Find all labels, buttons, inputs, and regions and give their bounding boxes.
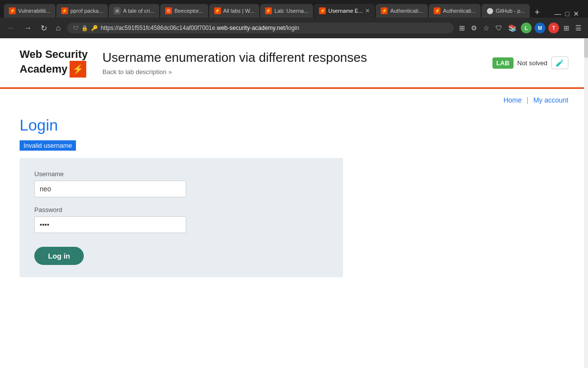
tab-alllabs[interactable]: ⚡ All labs | W... bbox=[209, 4, 259, 18]
url-text: https://ac591f551fc4586dc06c14af00f7001e… bbox=[101, 25, 299, 31]
tab-favicon: A bbox=[114, 7, 121, 14]
error-message: Invalid username bbox=[20, 140, 76, 151]
tab-favicon: B bbox=[165, 7, 172, 14]
tab-favicon: ⚡ bbox=[434, 7, 441, 14]
address-bar[interactable]: 🛡 🔒 🔑 https://ac591f551fc4586dc06c14af00… bbox=[67, 23, 454, 33]
maximize-button[interactable]: □ bbox=[565, 10, 569, 18]
lab-status-area: LAB Not solved 🧪 bbox=[492, 56, 568, 69]
extensions2-icon[interactable]: ⊞ bbox=[562, 23, 571, 33]
translate-icon[interactable]: ⊞ bbox=[458, 23, 466, 33]
profile2-icon[interactable]: M bbox=[535, 23, 545, 33]
username-group: Username bbox=[34, 170, 328, 197]
scrollbar-thumb[interactable] bbox=[584, 38, 588, 58]
url-domain: web-security-academy.net bbox=[217, 25, 285, 31]
tab-auth1[interactable]: ⚡ Authenticati... bbox=[376, 4, 428, 18]
site-navigation: Home | My account bbox=[0, 89, 588, 111]
tab-favicon: ⚡ bbox=[319, 7, 326, 14]
tab-label: All labs | W... bbox=[223, 8, 254, 14]
key-icon: 🔑 bbox=[91, 25, 98, 31]
tab-bar: ⚡ Vulnerabiliti... ⚡ pprof packa... A A … bbox=[0, 0, 588, 18]
tab-vulnerabilities[interactable]: ⚡ Vulnerabiliti... bbox=[4, 4, 55, 18]
tab-label: Beeceptor... bbox=[174, 8, 203, 14]
profile-icon[interactable]: L bbox=[521, 23, 532, 33]
profile3-icon[interactable]: T bbox=[548, 23, 559, 33]
username-label: Username bbox=[34, 170, 328, 178]
tab-label: pprof packa... bbox=[71, 8, 103, 14]
lab-page-title: Username enumeration via different respo… bbox=[102, 50, 492, 65]
tab-label: Lab: Userna... bbox=[274, 8, 308, 14]
my-account-link[interactable]: My account bbox=[533, 96, 568, 104]
tab-favicon: ⚡ bbox=[381, 7, 388, 14]
logo-icon: ⚡ bbox=[70, 61, 86, 78]
refresh-button[interactable]: ↻ bbox=[38, 23, 49, 34]
tab-close-icon[interactable]: ✕ bbox=[365, 7, 370, 14]
tab-beeceptor[interactable]: B Beeceptor... bbox=[160, 4, 208, 18]
tab-label: Authenticati... bbox=[443, 8, 476, 14]
lab-status-text: Not solved bbox=[517, 59, 547, 67]
logo-line1: Web Security bbox=[20, 48, 88, 61]
logo-area: Web Security Academy ⚡ bbox=[20, 48, 88, 78]
lab-badge: LAB bbox=[492, 57, 514, 69]
url-path: /login bbox=[285, 25, 299, 31]
tab-tale[interactable]: A A tale of cri... bbox=[109, 4, 159, 18]
tab-favicon: ⚡ bbox=[9, 7, 16, 14]
header-title-area: Username enumeration via different respo… bbox=[102, 50, 492, 76]
nav-right-icons: ⊞ ⚙ ☆ 🛡 📚 L M T ⊞ ☰ bbox=[458, 23, 583, 33]
password-label: Password bbox=[34, 206, 328, 213]
tab-username-active[interactable]: ⚡ Username E... ✕ bbox=[314, 4, 375, 18]
tab-favicon: ⬤ bbox=[487, 7, 493, 14]
tab-favicon: ⚡ bbox=[265, 7, 272, 14]
tab-label: Authenticati... bbox=[390, 8, 423, 14]
login-heading: Login bbox=[20, 116, 568, 134]
logo-line2: Academy bbox=[20, 63, 68, 76]
back-to-lab-link[interactable]: Back to lab description » bbox=[102, 68, 492, 76]
back-button[interactable]: ← bbox=[5, 23, 18, 33]
minimize-button[interactable]: — bbox=[555, 10, 562, 18]
back-link-arrow: » bbox=[169, 68, 172, 76]
navigation-bar: ← → ↻ ⌂ 🛡 🔒 🔑 https://ac591f551fc4586dc0… bbox=[0, 18, 588, 38]
bookmark-icon[interactable]: ☆ bbox=[482, 23, 491, 33]
page-content: Web Security Academy ⚡ Username enumerat… bbox=[0, 38, 588, 368]
back-link-text: Back to lab description bbox=[102, 68, 167, 76]
home-button[interactable]: ⌂ bbox=[53, 23, 63, 33]
tab-label: GitHub - p... bbox=[496, 8, 525, 14]
url-prefix: https://ac591f551fc4586dc06c14af00f7001e… bbox=[101, 25, 217, 31]
menu-icon[interactable]: ☰ bbox=[574, 23, 583, 33]
tab-pprof[interactable]: ⚡ pprof packa... bbox=[56, 4, 108, 18]
home-nav-link[interactable]: Home bbox=[503, 96, 521, 104]
shield-icon: 🛡 bbox=[73, 25, 78, 31]
forward-button[interactable]: → bbox=[22, 23, 34, 33]
scrollbar-track bbox=[584, 38, 588, 368]
lock-icon: 🔒 bbox=[81, 25, 88, 31]
tab-favicon: ⚡ bbox=[214, 7, 221, 14]
tab-favicon: ⚡ bbox=[61, 7, 68, 14]
close-button[interactable]: ✕ bbox=[573, 10, 579, 18]
browser-chrome: ⚡ Vulnerabiliti... ⚡ pprof packa... A A … bbox=[0, 0, 588, 38]
tab-auth2[interactable]: ⚡ Authenticati... bbox=[429, 4, 481, 18]
nav-separator: | bbox=[527, 96, 529, 104]
flask-button[interactable]: 🧪 bbox=[551, 56, 568, 69]
password-group: Password bbox=[34, 206, 328, 233]
password-input[interactable] bbox=[34, 216, 186, 233]
tab-github[interactable]: ⬤ GitHub - p... bbox=[482, 4, 530, 18]
extensions-icon[interactable]: ⚙ bbox=[469, 23, 479, 33]
tab-label: A tale of cri... bbox=[123, 8, 154, 14]
tab-lab-username[interactable]: ⚡ Lab: Userna... bbox=[260, 4, 313, 18]
username-input[interactable] bbox=[34, 181, 186, 197]
tab-label: Username E... bbox=[328, 8, 363, 14]
bookmarks-icon[interactable]: 📚 bbox=[507, 23, 518, 33]
new-tab-button[interactable]: + bbox=[531, 7, 544, 18]
shield2-icon[interactable]: 🛡 bbox=[494, 23, 504, 33]
window-controls: — □ ✕ bbox=[555, 10, 584, 18]
login-button[interactable]: Log in bbox=[34, 247, 84, 265]
logo-text-block: Web Security Academy ⚡ bbox=[20, 48, 88, 78]
tab-label: Vulnerabiliti... bbox=[18, 8, 50, 14]
login-section: Login Invalid username Username Password… bbox=[0, 111, 588, 297]
login-form-container: Username Password Log in bbox=[20, 158, 343, 277]
site-header: Web Security Academy ⚡ Username enumerat… bbox=[0, 38, 588, 89]
login-form: Username Password Log in bbox=[34, 170, 328, 265]
